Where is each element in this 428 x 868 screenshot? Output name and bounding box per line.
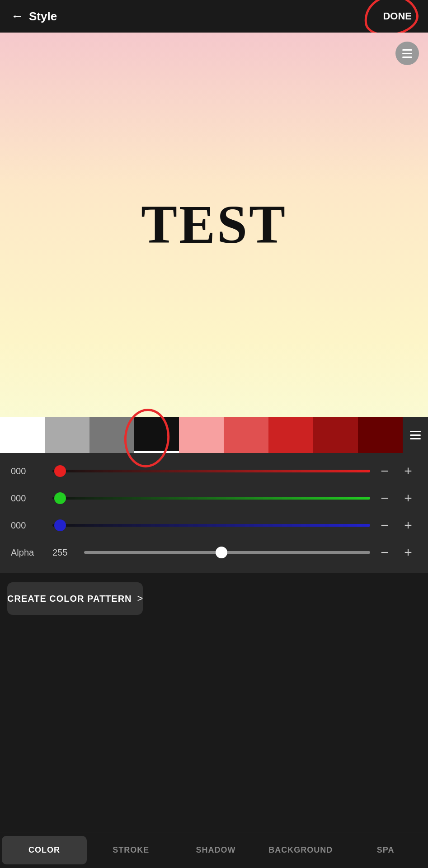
- slider-track-red[interactable]: [52, 470, 370, 472]
- smenu-line-3: [410, 438, 421, 439]
- swatch-mid-gray[interactable]: [89, 417, 134, 453]
- slider-plus-alpha[interactable]: +: [399, 546, 417, 559]
- slider-alpha-value: 255: [52, 547, 75, 558]
- done-button[interactable]: DONE: [377, 8, 417, 25]
- canvas-preview: TEST: [0, 33, 428, 417]
- slider-row-red: 000−+: [11, 458, 417, 485]
- slider-thumb-alpha[interactable]: [216, 547, 227, 558]
- sliders-section: 000−+000−+000−+Alpha255−+: [0, 453, 428, 573]
- slider-track-alpha[interactable]: [84, 551, 370, 554]
- slider-thumb-blue[interactable]: [54, 519, 66, 531]
- tab-spacing[interactable]: SPA: [343, 832, 428, 868]
- swatches-menu-button[interactable]: [403, 431, 428, 439]
- tab-background[interactable]: BACKGROUND: [258, 832, 343, 868]
- slider-label-blue: 000: [11, 520, 47, 531]
- swatch-red[interactable]: [268, 417, 313, 453]
- slider-thumb-green[interactable]: [54, 492, 66, 504]
- slider-label-red: 000: [11, 466, 47, 476]
- create-color-pattern-button[interactable]: CREATE COLOR PATTERN >: [7, 582, 143, 615]
- tab-stroke[interactable]: STROKE: [89, 832, 174, 868]
- slider-plus-red[interactable]: +: [399, 464, 417, 478]
- slider-label-green: 000: [11, 493, 47, 504]
- slider-track-green[interactable]: [52, 497, 370, 500]
- create-pattern-label: CREATE COLOR PATTERN: [7, 594, 132, 604]
- slider-minus-blue[interactable]: −: [376, 519, 394, 532]
- slider-row-alpha: Alpha255−+: [11, 539, 417, 566]
- tab-shadow[interactable]: SHADOW: [174, 832, 259, 868]
- swatch-dark-red[interactable]: [313, 417, 358, 453]
- swatch-white[interactable]: [0, 417, 45, 453]
- header-left: ← Style: [11, 9, 57, 24]
- bottom-tabs: COLORSTROKESHADOWBACKGROUNDSPA: [0, 832, 428, 868]
- slider-row-green: 000−+: [11, 485, 417, 512]
- smenu-line-2: [410, 434, 421, 436]
- swatch-light-gray[interactable]: [45, 417, 89, 453]
- swatch-light-red[interactable]: [179, 417, 224, 453]
- menu-line-1: [402, 49, 412, 51]
- canvas-menu-button[interactable]: [395, 42, 419, 65]
- page-title: Style: [29, 9, 57, 24]
- slider-thumb-red[interactable]: [54, 465, 66, 477]
- slider-minus-alpha[interactable]: −: [376, 546, 394, 559]
- slider-plus-green[interactable]: +: [399, 491, 417, 505]
- slider-minus-green[interactable]: −: [376, 491, 394, 505]
- smenu-line-1: [410, 431, 421, 432]
- menu-line-3: [402, 57, 412, 58]
- done-wrapper: DONE: [377, 8, 417, 25]
- header: ← Style DONE: [0, 0, 428, 33]
- slider-plus-blue[interactable]: +: [399, 519, 417, 532]
- canvas-text: TEST: [141, 193, 287, 256]
- back-button[interactable]: ←: [11, 10, 24, 23]
- menu-line-2: [402, 53, 412, 54]
- slider-minus-red[interactable]: −: [376, 464, 394, 478]
- tab-color[interactable]: COLOR: [2, 836, 87, 864]
- slider-label-alpha: Alpha: [11, 547, 47, 558]
- swatches-list: [0, 417, 403, 453]
- create-pattern-arrow: >: [137, 593, 143, 604]
- swatch-medium-red[interactable]: [224, 417, 268, 453]
- swatch-very-dark-red[interactable]: [358, 417, 403, 453]
- slider-row-blue: 000−+: [11, 512, 417, 539]
- swatch-black[interactable]: [134, 417, 179, 453]
- slider-track-blue[interactable]: [52, 524, 370, 527]
- swatches-bar: [0, 417, 428, 453]
